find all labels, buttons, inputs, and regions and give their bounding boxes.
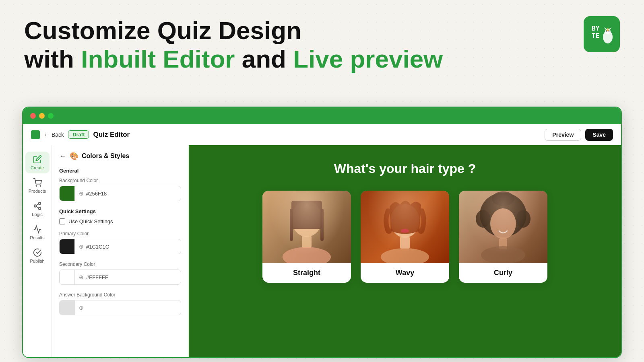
wavy-label: Wavy — [361, 263, 449, 283]
app-logo-small — [31, 130, 40, 139]
app-topbar: ← Back Draft Quiz Editor Preview Save — [23, 124, 621, 145]
answer-bg-color-text: ⊕ — [75, 304, 88, 311]
quick-settings-title: Quick Settings — [59, 208, 181, 214]
browser-chrome — [23, 107, 621, 124]
panel-back-button[interactable]: ← — [59, 152, 66, 160]
svg-rect-22 — [361, 191, 449, 263]
app-inner: ← Back Draft Quiz Editor Preview Save — [23, 124, 621, 357]
sidebar-icons: Create Products Logic — [23, 145, 52, 357]
secondary-color-input-row[interactable]: ⊕ #FFFFFF — [59, 269, 181, 285]
hair-options: Straight — [262, 191, 547, 283]
preview-panel: What's your hair type ? — [189, 145, 621, 357]
hair-image-curly — [459, 191, 547, 263]
curly-label: Curly — [459, 263, 547, 283]
window-maximize-dot[interactable] — [48, 113, 54, 119]
window-close-dot[interactable] — [30, 113, 36, 119]
svg-point-26 — [401, 229, 409, 233]
svg-point-12 — [38, 208, 41, 210]
hair-card-curly[interactable]: Curly — [459, 191, 547, 283]
general-section-label: General — [59, 168, 181, 174]
svg-rect-19 — [320, 209, 324, 241]
svg-point-16 — [291, 201, 322, 237]
secondary-color-text: ⊕ #FFFFFF — [75, 274, 112, 280]
secondary-color-label: Secondary Color — [59, 261, 181, 267]
dropper-icon-4: ⊕ — [79, 304, 84, 311]
sidebar-item-publish[interactable]: Publish — [25, 245, 50, 267]
primary-color-label: Primary Color — [59, 231, 181, 237]
products-icon — [33, 178, 42, 187]
sidebar-item-results[interactable]: Results — [25, 222, 50, 243]
primary-color-input-row[interactable]: ⊕ #1C1C1C — [59, 239, 181, 254]
palette-icon: 🎨 — [70, 152, 78, 160]
svg-rect-27 — [459, 191, 547, 263]
svg-point-23 — [390, 204, 419, 238]
primary-color-swatch[interactable] — [60, 239, 75, 254]
svg-line-14 — [36, 204, 38, 206]
hair-image-straight — [262, 191, 351, 263]
svg-rect-33 — [499, 238, 507, 249]
svg-point-30 — [476, 210, 490, 228]
topbar-right: Preview Save — [545, 129, 613, 141]
dropper-icon-3: ⊕ — [79, 274, 84, 280]
use-quick-settings-checkbox[interactable] — [59, 218, 65, 224]
svg-point-9 — [40, 185, 41, 186]
panel-title: Colors & Styles — [82, 152, 129, 160]
svg-rect-24 — [400, 237, 410, 249]
hair-card-wavy[interactable]: Wavy — [361, 191, 449, 283]
svg-point-34 — [481, 246, 525, 263]
dropper-icon: ⊕ — [79, 190, 84, 197]
answer-bg-color-input-row[interactable]: ⊕ — [59, 300, 181, 315]
svg-rect-20 — [302, 236, 312, 248]
primary-color-text: ⊕ #1C1C1C — [75, 243, 113, 250]
products-label: Products — [29, 189, 46, 193]
svg-point-21 — [283, 247, 331, 263]
results-icon — [33, 225, 42, 234]
svg-rect-17 — [291, 201, 322, 229]
results-label: Results — [30, 235, 45, 240]
svg-point-29 — [490, 208, 516, 239]
bg-color-text: ⊕ #256F18 — [75, 190, 111, 197]
topbar-left: ← Back Draft Quiz Editor — [31, 130, 540, 139]
bg-color-input-row[interactable]: ⊕ #256F18 — [59, 186, 181, 201]
svg-point-25 — [381, 248, 429, 263]
quick-settings-section: Quick Settings Use Quick Settings Primar… — [59, 208, 181, 315]
use-quick-settings-label: Use Quick Settings — [68, 218, 113, 224]
window-minimize-dot[interactable] — [39, 113, 45, 119]
svg-rect-18 — [290, 209, 293, 241]
hero-section: Customize Quiz Design with Inbuilt Edito… — [0, 0, 644, 82]
svg-point-32 — [492, 191, 514, 206]
publish-icon — [33, 248, 42, 257]
sidebar-item-logic[interactable]: Logic — [25, 198, 50, 220]
svg-point-28 — [480, 193, 526, 237]
svg-point-8 — [36, 185, 37, 186]
create-icon — [33, 155, 42, 164]
svg-point-10 — [38, 202, 41, 205]
save-button[interactable]: Save — [585, 129, 613, 141]
panel-nav: ← 🎨 Colors & Styles — [59, 152, 181, 160]
svg-point-11 — [34, 205, 36, 207]
back-button[interactable]: ← Back — [44, 132, 64, 138]
app-body: Create Products Logic — [23, 145, 621, 357]
sidebar-item-create[interactable]: Create — [25, 152, 50, 173]
sidebar-item-products[interactable]: Products — [25, 175, 50, 197]
preview-button[interactable]: Preview — [545, 129, 581, 141]
logic-icon — [33, 202, 42, 210]
use-quick-settings-row: Use Quick Settings — [59, 218, 181, 224]
hero-title: Customize Quiz Design with Inbuilt Edito… — [24, 16, 620, 74]
secondary-color-swatch[interactable] — [60, 269, 75, 285]
answer-bg-color-swatch[interactable] — [60, 300, 75, 315]
svg-point-31 — [516, 210, 530, 228]
hair-card-straight[interactable]: Straight — [262, 191, 351, 283]
publish-label: Publish — [30, 259, 44, 263]
svg-line-13 — [36, 206, 38, 208]
create-label: Create — [31, 165, 44, 170]
draft-badge: Draft — [68, 130, 89, 139]
bg-color-swatch[interactable] — [60, 186, 75, 201]
hair-image-wavy — [361, 191, 449, 263]
dropper-icon-2: ⊕ — [79, 243, 84, 250]
quiz-editor-title: Quiz Editor — [93, 131, 130, 139]
quiz-question: What's your hair type ? — [334, 161, 476, 176]
answer-bg-color-label: Answer Background Color — [59, 292, 181, 298]
logic-label: Logic — [32, 212, 42, 217]
back-arrow-icon: ← — [44, 132, 50, 138]
